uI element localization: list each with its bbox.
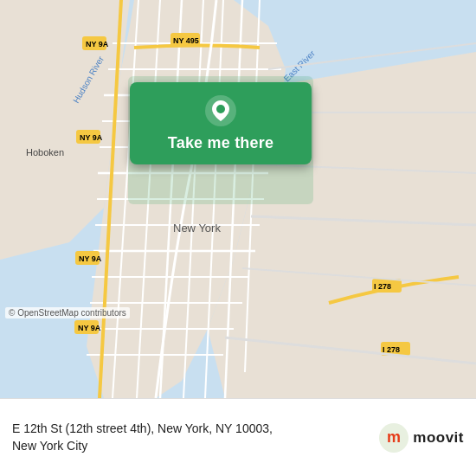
moovit-logo: m moovit [378,422,464,453]
svg-text:I 278: I 278 [383,345,400,354]
svg-text:I 278: I 278 [374,282,391,291]
svg-text:New York: New York [173,222,221,235]
svg-text:NY 9A: NY 9A [79,254,102,263]
svg-point-50 [216,105,225,113]
map-container: Hoboken NY 9A NY 9A NY 9A [0,0,476,398]
location-pin-icon [204,94,237,127]
take-me-there-button[interactable]: Take me there [130,82,312,164]
svg-text:NY 9A: NY 9A [78,324,101,332]
svg-text:NY 495: NY 495 [173,36,199,45]
bottom-info-bar: E 12th St (12th street 4th), New York, N… [0,398,476,476]
city-line: New York City [12,438,370,455]
address-line: E 12th St (12th street 4th), New York, N… [12,421,370,438]
take-me-there-label: Take me there [168,134,273,152]
address-block: E 12th St (12th street 4th), New York, N… [12,421,370,454]
svg-text:NY 9A: NY 9A [86,40,109,48]
moovit-icon: m [378,422,409,453]
moovit-text: moovit [413,429,464,447]
map-background: Hoboken NY 9A NY 9A NY 9A [0,0,476,398]
map-attribution: © OpenStreetMap contributors [5,307,130,318]
svg-text:NY 9A: NY 9A [80,133,103,142]
svg-text:m: m [387,428,401,446]
svg-text:Hoboken: Hoboken [26,147,64,158]
